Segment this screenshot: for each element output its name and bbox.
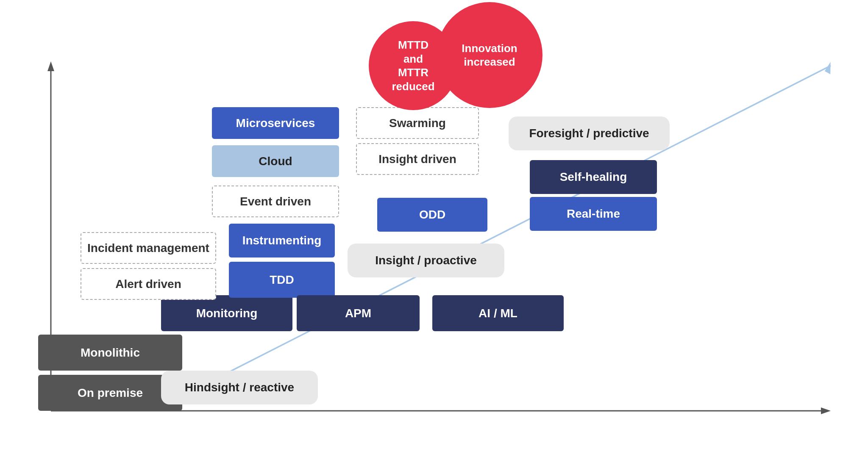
- innovation-circle: Innovation increased: [437, 2, 542, 108]
- on-premise-box: On premise: [38, 375, 182, 411]
- apm-box: APM: [297, 295, 420, 331]
- svg-marker-5: [822, 62, 836, 76]
- self-healing-box: Self-healing: [530, 160, 657, 194]
- swarming-box: Swarming: [356, 107, 479, 139]
- hindsight-box: Hindsight / reactive: [161, 371, 318, 404]
- cloud-box: Cloud: [212, 145, 339, 177]
- insight-driven-box: Insight driven: [356, 143, 479, 175]
- insight-proactive-box: Insight / proactive: [348, 244, 504, 277]
- real-time-box: Real-time: [530, 197, 657, 231]
- svg-marker-1: [47, 61, 54, 71]
- monolithic-box: Monolithic: [38, 335, 182, 371]
- microservices-box: Microservices: [212, 107, 339, 139]
- monitoring-box: Monitoring: [161, 295, 292, 331]
- ai-ml-box: AI / ML: [432, 295, 564, 331]
- tdd-box: TDD: [229, 262, 335, 298]
- instrumenting-box: Instrumenting: [229, 224, 335, 258]
- svg-marker-3: [821, 407, 831, 414]
- event-driven-box: Event driven: [212, 186, 339, 217]
- y-axis-label: [12, 85, 29, 339]
- foresight-box: Foresight / predictive: [509, 116, 670, 150]
- incident-mgmt-box: Incident management: [81, 232, 216, 264]
- odd-box: ODD: [377, 198, 487, 232]
- alert-driven-box: Alert driven: [81, 268, 216, 300]
